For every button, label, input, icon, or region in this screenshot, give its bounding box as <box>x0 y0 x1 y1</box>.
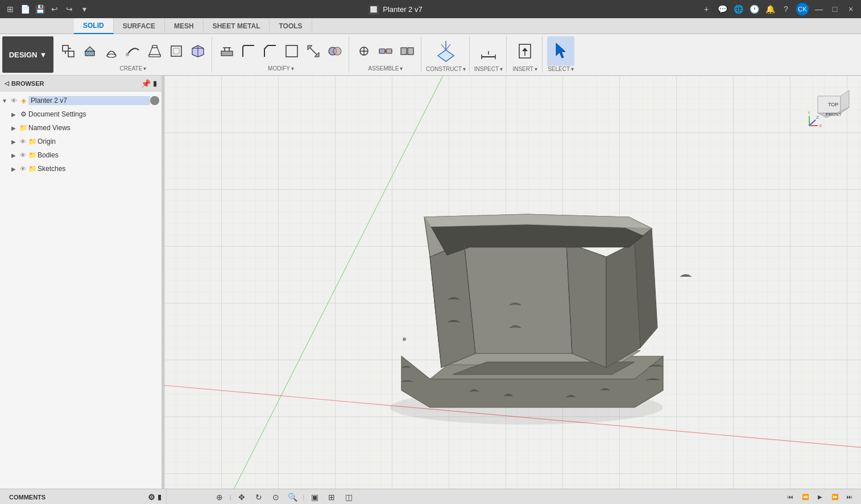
tab-sheet-metal[interactable]: SHEET METAL <box>204 18 270 34</box>
save-icon[interactable]: 💾 <box>34 3 45 15</box>
sweep-btn[interactable] <box>123 41 143 61</box>
root-expand[interactable]: ▼ <box>0 98 9 104</box>
title-center: 🔲 Planter 2 v7 <box>368 4 422 15</box>
assemble-label[interactable]: ASSEMBLE▾ <box>369 65 403 73</box>
bell-icon[interactable]: 🔔 <box>764 3 776 15</box>
chamfer-btn[interactable] <box>260 41 280 61</box>
anim-btn-1[interactable]: ⏮ <box>784 491 797 503</box>
pan-btn[interactable]: ✥ <box>235 491 249 503</box>
add-tab-icon[interactable]: + <box>701 3 712 15</box>
grid-display-btn[interactable]: ⊞ <box>325 491 338 503</box>
tree-item-sketches[interactable]: ▶ 👁 📁 Sketches <box>0 162 162 176</box>
tool-group-select: SELECT▾ <box>544 36 578 73</box>
clock-icon[interactable]: 🕐 <box>748 3 760 15</box>
user-avatar[interactable]: CK <box>796 3 809 15</box>
look-at-btn[interactable]: ⊙ <box>269 491 283 503</box>
create-label[interactable]: CREATE▾ <box>120 65 147 73</box>
undo-icon[interactable]: ↩ <box>49 3 60 15</box>
sketches-label: Sketches <box>38 165 159 173</box>
tree-item-origin[interactable]: ▶ 👁 📁 Origin <box>0 135 162 148</box>
as-built-joint-btn[interactable] <box>397 41 417 61</box>
insert-label[interactable]: INSERT▾ <box>512 66 537 73</box>
anim-btn-4[interactable]: ⏩ <box>828 491 842 503</box>
joint-btn[interactable] <box>375 41 396 61</box>
box-btn[interactable] <box>188 41 208 61</box>
view-cube[interactable]: TOP FRONT X Y Z <box>806 85 852 130</box>
root-dot[interactable] <box>150 96 159 105</box>
comments-settings-icon[interactable]: ⚙ <box>148 493 155 502</box>
tab-surface[interactable]: SURFACE <box>114 18 165 34</box>
doc-expand[interactable]: ▶ <box>9 111 18 118</box>
browser-collapse-icon[interactable]: ◁ <box>5 80 9 86</box>
close-btn[interactable]: × <box>845 3 856 15</box>
browser-pin-icon[interactable]: 📌 <box>141 79 151 88</box>
svg-marker-53 <box>464 243 572 353</box>
svg-text:Z: Z <box>816 115 819 120</box>
file-icon[interactable]: 📄 <box>19 3 31 15</box>
named-views-expand[interactable]: ▶ <box>9 125 18 131</box>
select-label[interactable]: SELECT▾ <box>548 66 574 73</box>
modify-label[interactable]: MODIFY▾ <box>268 65 294 73</box>
anim-btn-2[interactable]: ⏪ <box>798 491 812 503</box>
sketches-expand[interactable]: ▶ <box>9 166 18 172</box>
origin-expand[interactable]: ▶ <box>9 139 18 145</box>
measure-btn[interactable] <box>475 36 502 66</box>
browser-expand-icon[interactable]: ▮ <box>153 80 157 88</box>
display-settings-btn[interactable]: ▣ <box>308 491 321 503</box>
svg-line-33 <box>441 44 446 50</box>
viewport[interactable]: TOP FRONT X Y Z <box>164 76 861 489</box>
loft-btn[interactable] <box>144 41 165 61</box>
sketches-eye[interactable]: 👁 <box>18 165 27 172</box>
shell-btn[interactable] <box>166 41 187 61</box>
minimize-btn[interactable]: — <box>813 3 825 15</box>
new-component-assm-btn[interactable] <box>354 41 374 61</box>
tool-group-create: CREATE▾ <box>55 36 212 73</box>
root-eye[interactable]: 👁 <box>9 97 18 104</box>
chat-icon[interactable]: 💬 <box>717 3 728 15</box>
origin-eye[interactable]: 👁 <box>18 138 27 145</box>
redo-icon[interactable]: ↪ <box>64 3 75 15</box>
tree-item-root[interactable]: ▼ 👁 ◈ Planter 2 v7 <box>0 94 162 107</box>
tree-item-doc-settings[interactable]: ▶ ⚙ Document Settings <box>0 107 162 121</box>
select-btn[interactable] <box>547 36 574 66</box>
svg-rect-27 <box>386 49 392 53</box>
fit-all-btn[interactable]: ⊕ <box>213 491 226 503</box>
bodies-expand[interactable]: ▶ <box>9 152 18 159</box>
tree-item-bodies[interactable]: ▶ 👁 📁 Bodies <box>0 148 162 162</box>
maximize-btn[interactable]: □ <box>829 3 841 15</box>
design-button[interactable]: DESIGN ▼ <box>2 36 53 73</box>
revolve-btn[interactable] <box>101 41 122 61</box>
shell-mod-btn[interactable] <box>282 41 302 61</box>
anim-btn-5[interactable]: ⏭ <box>843 491 856 503</box>
title-left: ⊞ 📄 💾 ↩ ↪ ▾ <box>5 3 90 15</box>
app-menu-icon[interactable]: ⊞ <box>5 3 16 15</box>
select-icons <box>547 36 574 66</box>
history-icon[interactable]: ▾ <box>78 3 90 15</box>
tab-solid[interactable]: SOLID <box>74 18 114 34</box>
extrude-btn[interactable] <box>80 41 100 61</box>
zoom-btn[interactable]: 🔍 <box>286 491 300 503</box>
svg-text:FRONT: FRONT <box>826 112 842 117</box>
press-pull-btn[interactable] <box>217 41 237 61</box>
origin-folder-icon: 📁 <box>27 138 38 145</box>
visual-style-btn[interactable]: ◫ <box>342 491 355 503</box>
new-component-btn[interactable] <box>58 41 78 61</box>
tree-item-named-views[interactable]: ▶ 📁 Named Views <box>0 121 162 135</box>
combine-btn[interactable] <box>325 41 345 61</box>
tab-tools[interactable]: TOOLS <box>270 18 312 34</box>
globe-icon[interactable]: 🌐 <box>732 3 744 15</box>
title-right: + 💬 🌐 🕐 🔔 ? CK — □ × <box>701 3 856 15</box>
fillet-btn[interactable] <box>238 41 259 61</box>
construct-plane-btn[interactable] <box>432 36 460 66</box>
insert-btn[interactable] <box>511 36 539 66</box>
svg-marker-55 <box>606 243 640 368</box>
tab-mesh[interactable]: MESH <box>165 18 204 34</box>
scale-btn[interactable] <box>303 41 324 61</box>
orbit-btn[interactable]: ↻ <box>252 491 266 503</box>
construct-label[interactable]: CONSTRUCT▾ <box>426 66 466 73</box>
comments-collapse-icon[interactable]: ▮ <box>158 493 162 501</box>
bodies-eye[interactable]: 👁 <box>18 152 27 159</box>
anim-btn-3[interactable]: ▶ <box>813 491 827 503</box>
help-icon[interactable]: ? <box>780 3 792 15</box>
inspect-label[interactable]: INSPECT▾ <box>474 66 503 73</box>
